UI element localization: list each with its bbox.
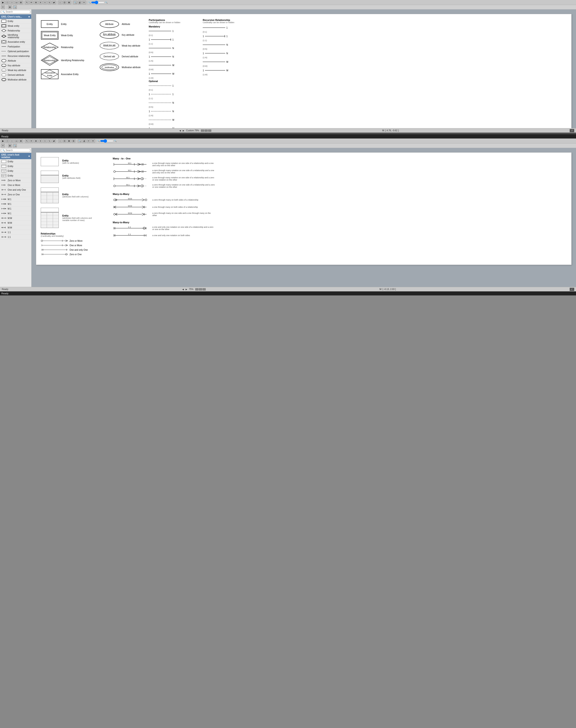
svg-text:1: 1 (226, 35, 228, 37)
cf-sidebar-m1-2[interactable]: M:1 (0, 202, 31, 206)
sidebar-item-assoc-entity[interactable]: Associative entity (0, 39, 31, 44)
cf-toolbar-btn-18[interactable]: 🖨 (82, 139, 86, 143)
cf-sidebar-mm-2[interactable]: M:M (0, 220, 31, 225)
svg-rect-91 (2, 160, 6, 163)
legend-relationship-label: Relationship (61, 46, 74, 49)
sidebar-item-derived-attr[interactable]: Derived attribute (0, 72, 31, 77)
toolbar-btn-18[interactable]: ✂ (82, 1, 86, 4)
toolbar-btn-9[interactable]: ≡ (38, 1, 42, 4)
zoom-slider[interactable] (91, 1, 105, 4)
sidebar-item-relationship[interactable]: Relationship (0, 28, 31, 33)
cf-sidebar-entity3[interactable]: Entity (0, 169, 31, 173)
cf-sidebar-zero-more[interactable]: Zero or More (0, 178, 31, 183)
search-box-bottom[interactable]: 🔍 (1, 149, 30, 152)
toolbar-btn-8[interactable]: ⊕ (34, 1, 38, 4)
sidebar-item-weak-entity[interactable]: Weak entity (0, 24, 31, 28)
toolbar-btn-12[interactable]: ⇄ (52, 1, 56, 4)
cf-zoom-slider[interactable] (100, 139, 114, 143)
cf-toolbar-btn-1[interactable]: ▶ (1, 139, 5, 143)
canvas-bottom[interactable]: Entity (with no attributes) Entity (with… (31, 148, 576, 287)
toolbar-btn-6[interactable]: ↖ (25, 1, 29, 4)
sidebar-item-participation[interactable]: Participation (0, 44, 31, 49)
m1-line-4: M:1 (113, 184, 149, 188)
cf-toolbar-btn-9[interactable]: ≡ (38, 139, 42, 143)
toolbar-btn-1[interactable]: ▶ (1, 1, 5, 4)
cf-rel-sub: (Cardinality and Modality) (41, 235, 108, 237)
toolbar-btn-14[interactable]: ⊡ (62, 1, 66, 4)
cf-sidebar-mm-3[interactable]: M:M (0, 225, 31, 230)
cf-toolbar-btn-12[interactable]: ⇄ (52, 139, 56, 143)
cf-fullscreen-btn[interactable]: ⤢ (570, 288, 574, 291)
toolbar2-btn1[interactable]: ≡ (1, 5, 5, 9)
cf-one-only-line (41, 248, 68, 251)
cf-toolbar-btn-20[interactable]: ✒ (91, 139, 95, 143)
cf-toolbar-btn-13[interactable]: ↕ (58, 139, 62, 143)
cf-11-2-icon (1, 235, 6, 239)
search-input-bottom[interactable] (6, 149, 29, 152)
toolbar-btn-5[interactable]: ⊞ (19, 1, 23, 4)
toolbar2-search[interactable]: 🔍 (13, 5, 17, 9)
canvas-top[interactable]: Entity Entity Weak Entity Weak Entity R (31, 9, 576, 128)
search-box-top[interactable]: 🔍 (1, 10, 30, 13)
toolbar-btn-13[interactable]: ↕ (58, 1, 62, 4)
toolbar-btn-17[interactable]: 🖨 (78, 1, 82, 4)
cf-toolbar-btn-7[interactable]: ✏ (29, 139, 33, 143)
cf-sidebar-label-entity4: Entity (8, 175, 13, 177)
cf-sidebar-one-only[interactable]: One and only One (0, 187, 31, 192)
sidebar-item-key-attr[interactable]: Key attribute (0, 63, 31, 68)
sidebar-item-identifying-rel[interactable]: Identifying relationship (0, 33, 31, 39)
toolbar2-grid[interactable]: ⊞ (8, 5, 12, 9)
cf-toolbar2-search[interactable]: 🔍 (13, 144, 17, 148)
cf-toolbar-btn-4[interactable]: ▭ (15, 139, 19, 143)
sidebar-close-top[interactable]: ● (28, 15, 30, 18)
toolbar-btn-2[interactable]: □ (5, 1, 9, 4)
cf-toolbar-btn-6[interactable]: ↖ (25, 139, 29, 143)
sidebar-close-bottom[interactable]: ● (28, 154, 30, 158)
cf-one-only-rel-label: One and only One (69, 249, 88, 251)
svg-text:M:M: M:M (128, 212, 132, 214)
sidebar-label-identifying-rel: Identifying relationship (8, 34, 30, 39)
search-input-top[interactable] (6, 10, 29, 13)
cf-sidebar-entity2[interactable]: Entity (0, 164, 31, 169)
svg-text:1: 1 (149, 93, 150, 96)
cf-toolbar-btn-8[interactable]: ⊕ (34, 139, 38, 143)
toolbar-btn-11[interactable]: ∿ (48, 1, 52, 4)
cf-toolbar2-btn1[interactable]: ≡ (1, 144, 5, 148)
cf-toolbar-btn-10[interactable]: ≈ (43, 139, 47, 143)
svg-text:N: N (226, 43, 228, 46)
cf-sidebar-11-1[interactable]: 1:1 (0, 230, 31, 235)
cf-sidebar-entity1[interactable]: Entity (0, 159, 31, 164)
toolbar-btn-3[interactable]: ○ (10, 1, 14, 4)
sidebar-item-weak-key-attr[interactable]: Weak key attribute (0, 68, 31, 72)
sidebar-item-attribute[interactable]: Attribute (0, 58, 31, 63)
toolbar-btn-10[interactable]: ≈ (43, 1, 47, 4)
cf-toolbar-btn-11[interactable]: ∿ (48, 139, 52, 143)
cf-sidebar-m1-4[interactable]: M:1 (0, 211, 31, 216)
cf-toolbar-btn-16[interactable]: ⊟ (71, 139, 76, 143)
cf-toolbar-btn-2[interactable]: □ (5, 139, 9, 143)
toolbar-btn-7[interactable]: ✏ (29, 1, 33, 4)
svg-point-199 (41, 240, 43, 242)
cf-sidebar-11-2[interactable]: 1:1 (0, 235, 31, 239)
cf-sidebar-m1-1[interactable]: M:1 (0, 197, 31, 202)
cf-toolbar-btn-15[interactable]: ⊠ (67, 139, 71, 143)
cf-sidebar-mm-1[interactable]: M:M (0, 216, 31, 220)
cf-toolbar-btn-14[interactable]: ⊡ (62, 139, 66, 143)
cf-toolbar-btn-5[interactable]: ⊞ (19, 139, 23, 143)
sidebar-item-entity[interactable]: Entity (0, 19, 31, 24)
cf-sidebar-zero-one[interactable]: Zero or One (0, 192, 31, 197)
cf-toolbar-btn-19[interactable]: ✂ (87, 139, 91, 143)
cf-toolbar2-grid[interactable]: ⊞ (8, 144, 12, 148)
sidebar-item-multivalue-attr[interactable]: Multivalue attribute (0, 77, 31, 82)
fullscreen-btn[interactable]: ⤢ (570, 129, 574, 132)
cf-sidebar-entity4[interactable]: Entity (0, 173, 31, 178)
toolbar-btn-16[interactable]: 🔍 (73, 1, 77, 4)
cf-sidebar-m1-3[interactable]: M:1 (0, 206, 31, 211)
cf-sidebar-one-more[interactable]: One or More (0, 183, 31, 187)
toolbar-btn-15[interactable]: ⊠ (67, 1, 71, 4)
cf-toolbar-btn-17[interactable]: 🔍 (78, 139, 82, 143)
sidebar-item-optional-part[interactable]: Optional participation (0, 49, 31, 54)
cf-toolbar-btn-3[interactable]: ○ (10, 139, 14, 143)
sidebar-item-recursive-rel[interactable]: Recursive relationship (0, 54, 31, 58)
toolbar-btn-4[interactable]: ▭ (15, 1, 19, 4)
